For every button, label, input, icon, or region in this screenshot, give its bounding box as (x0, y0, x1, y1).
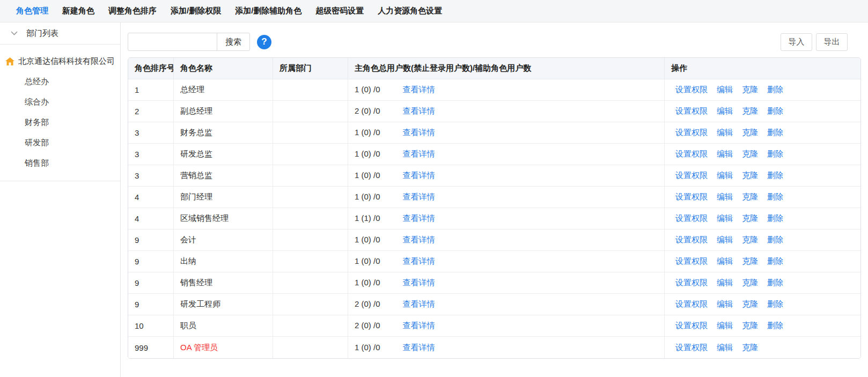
search-button[interactable]: 搜索 (217, 33, 250, 51)
edit-link[interactable]: 编辑 (717, 278, 733, 287)
clone-link[interactable]: 克隆 (742, 128, 758, 137)
sidebar-dept-item[interactable]: 总经办 (0, 71, 120, 92)
edit-link[interactable]: 编辑 (717, 235, 733, 244)
delete-link[interactable]: 删除 (767, 299, 783, 308)
delete-link[interactable]: 删除 (767, 213, 783, 223)
edit-link[interactable]: 编辑 (717, 149, 733, 158)
role-dept-cell (273, 315, 348, 337)
tab-super-password-settings[interactable]: 超级密码设置 (315, 6, 364, 16)
role-count-cell: 1 (0) /0 查看详情 (348, 165, 665, 187)
view-detail-link[interactable]: 查看详情 (403, 299, 435, 308)
edit-link[interactable]: 编辑 (717, 85, 733, 94)
col-header-role-name: 角色名称 (174, 58, 273, 79)
delete-link[interactable]: 删除 (767, 278, 783, 287)
sidebar-item-company[interactable]: 北京通达信科科技有限公司 (0, 51, 120, 71)
edit-link[interactable]: 编辑 (717, 213, 733, 223)
clone-link[interactable]: 克隆 (742, 343, 758, 352)
edit-link[interactable]: 编辑 (717, 171, 733, 180)
view-detail-link[interactable]: 查看详情 (403, 192, 435, 201)
set-permissions-link[interactable]: 设置权限 (675, 149, 708, 158)
set-permissions-link[interactable]: 设置权限 (675, 235, 708, 244)
tab-new-role[interactable]: 新建角色 (62, 6, 94, 16)
delete-link[interactable]: 删除 (767, 256, 783, 265)
set-permissions-link[interactable]: 设置权限 (675, 171, 708, 180)
clone-link[interactable]: 克隆 (742, 192, 758, 201)
delete-link[interactable]: 删除 (767, 106, 783, 115)
view-detail-link[interactable]: 查看详情 (403, 171, 435, 180)
edit-link[interactable]: 编辑 (717, 321, 733, 330)
tab-role-management[interactable]: 角色管理 (16, 6, 48, 16)
view-detail-link[interactable]: 查看详情 (403, 128, 435, 137)
chevron-down-icon[interactable] (11, 31, 18, 35)
edit-link[interactable]: 编辑 (717, 106, 733, 115)
delete-link[interactable]: 删除 (767, 149, 783, 158)
clone-link[interactable]: 克隆 (742, 235, 758, 244)
set-permissions-link[interactable]: 设置权限 (675, 213, 708, 223)
view-detail-link[interactable]: 查看详情 (403, 213, 435, 223)
tab-adjust-role-order[interactable]: 调整角色排序 (108, 6, 157, 16)
edit-link[interactable]: 编辑 (717, 128, 733, 137)
set-permissions-link[interactable]: 设置权限 (675, 85, 708, 94)
company-name: 北京通达信科科技有限公司 (18, 56, 115, 66)
department-list-header[interactable]: 部门列表 (0, 23, 120, 45)
clone-link[interactable]: 克隆 (742, 321, 758, 330)
edit-link[interactable]: 编辑 (717, 299, 733, 308)
set-permissions-link[interactable]: 设置权限 (675, 106, 708, 115)
view-detail-link[interactable]: 查看详情 (403, 235, 435, 244)
export-button[interactable]: 导出 (816, 33, 848, 51)
set-permissions-link[interactable]: 设置权限 (675, 192, 708, 201)
edit-link[interactable]: 编辑 (717, 343, 733, 352)
question-mark-icon[interactable]: ? (257, 35, 271, 49)
clone-link[interactable]: 克隆 (742, 171, 758, 180)
tab-hr-role-settings[interactable]: 人力资源角色设置 (378, 6, 442, 16)
sidebar-dept-item[interactable]: 财务部 (0, 112, 120, 132)
department-sidebar: 部门列表 北京通达信科科技有限公司 总经办 综合办 财务部 研发部 销售部 (0, 23, 121, 377)
role-order-cell: 3 (128, 165, 174, 187)
table-row: 9 研发工程师 2 (0) /0 查看详情 设置权限编辑克隆删除 (128, 294, 860, 315)
clone-link[interactable]: 克隆 (742, 278, 758, 287)
set-permissions-link[interactable]: 设置权限 (675, 128, 708, 137)
clone-link[interactable]: 克隆 (742, 299, 758, 308)
user-count-text: 1 (0) /0 (355, 235, 380, 244)
set-permissions-link[interactable]: 设置权限 (675, 321, 708, 330)
view-detail-link[interactable]: 查看详情 (403, 321, 435, 330)
delete-link[interactable]: 删除 (767, 171, 783, 180)
sidebar-dept-item[interactable]: 销售部 (0, 153, 120, 173)
clone-link[interactable]: 克隆 (742, 85, 758, 94)
set-permissions-link[interactable]: 设置权限 (675, 343, 708, 352)
delete-link[interactable]: 删除 (767, 85, 783, 94)
clone-link[interactable]: 克隆 (742, 256, 758, 265)
sidebar-dept-item[interactable]: 研发部 (0, 132, 120, 153)
clone-link[interactable]: 克隆 (742, 149, 758, 158)
import-button[interactable]: 导入 (781, 33, 812, 51)
role-dept-cell (273, 122, 348, 144)
role-order-cell: 4 (128, 208, 174, 230)
view-detail-link[interactable]: 查看详情 (403, 106, 435, 115)
role-count-cell: 1 (1) /0 查看详情 (348, 208, 665, 230)
search-input[interactable] (128, 33, 217, 51)
table-row: 3 研发总监 1 (0) /0 查看详情 设置权限编辑克隆删除 (128, 144, 860, 165)
edit-link[interactable]: 编辑 (717, 256, 733, 265)
set-permissions-link[interactable]: 设置权限 (675, 278, 708, 287)
view-detail-link[interactable]: 查看详情 (403, 85, 435, 94)
delete-link[interactable]: 删除 (767, 321, 783, 330)
top-menu-bar: 角色管理 新建角色 调整角色排序 添加/删除权限 添加/删除辅助角色 超级密码设… (0, 0, 868, 23)
role-actions-cell: 设置权限编辑克隆删除 (665, 251, 860, 272)
role-actions-cell: 设置权限编辑克隆删除 (665, 208, 860, 230)
tab-add-remove-permissions[interactable]: 添加/删除权限 (171, 6, 221, 16)
edit-link[interactable]: 编辑 (717, 192, 733, 201)
delete-link[interactable]: 删除 (767, 192, 783, 201)
clone-link[interactable]: 克隆 (742, 106, 758, 115)
sidebar-dept-item[interactable]: 综合办 (0, 92, 120, 112)
set-permissions-link[interactable]: 设置权限 (675, 256, 708, 265)
delete-link[interactable]: 删除 (767, 235, 783, 244)
tab-add-remove-aux-roles[interactable]: 添加/删除辅助角色 (235, 6, 301, 16)
set-permissions-link[interactable]: 设置权限 (675, 299, 708, 308)
view-detail-link[interactable]: 查看详情 (403, 278, 435, 287)
view-detail-link[interactable]: 查看详情 (403, 256, 435, 265)
search-group: 搜索 ? (128, 33, 271, 51)
view-detail-link[interactable]: 查看详情 (403, 343, 435, 352)
clone-link[interactable]: 克隆 (742, 213, 758, 223)
delete-link[interactable]: 删除 (767, 128, 783, 137)
view-detail-link[interactable]: 查看详情 (403, 149, 435, 158)
